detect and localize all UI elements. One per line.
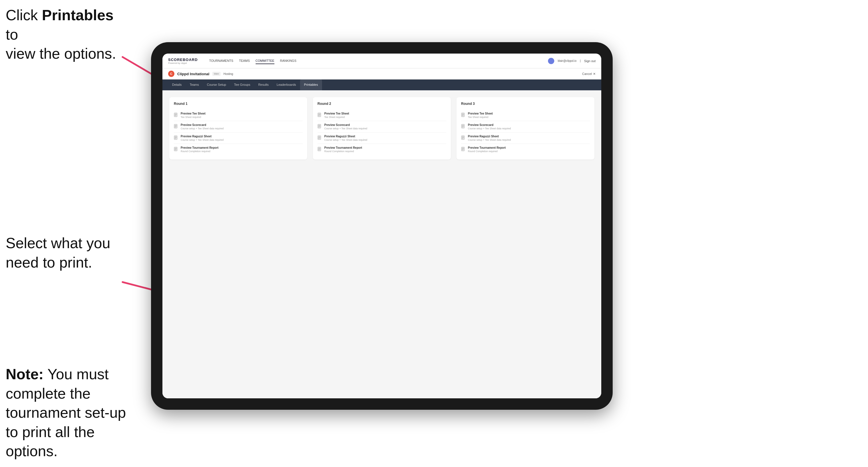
round-2-section: Round 2Preview Tee SheetTee Sheet requir… [313, 97, 451, 160]
round-1-section: Round 1Preview Tee SheetTee Sheet requir… [169, 97, 307, 160]
print-option-r2-2[interactable]: Preview ScorecardCourse setup + Tee Shee… [317, 121, 446, 132]
print-option-title-r2-1: Preview Tee Sheet [324, 112, 349, 115]
print-option-title-r1-1: Preview Tee Sheet [181, 112, 206, 115]
print-option-r1-4[interactable]: Preview Tournament ReportRound Completio… [174, 144, 303, 155]
tournament-name: Clippd Invitational [177, 72, 210, 76]
nav-tournaments[interactable]: TOURNAMENTS [209, 58, 234, 64]
cancel-x-icon: ✕ [593, 72, 596, 76]
print-option-title-r3-2: Preview Scorecard [468, 123, 511, 126]
print-option-sub-r2-4: Round Completion required [324, 150, 362, 153]
tournament-badge: Men [212, 72, 221, 76]
print-option-text-r1-1: Preview Tee SheetTee Sheet required [181, 112, 206, 119]
print-option-text-r1-2: Preview ScorecardCourse setup + Tee Shee… [181, 123, 224, 130]
top-nav-right: blair@clippd.io | Sign out [548, 58, 596, 64]
print-option-sub-r1-2: Course setup + Tee Sheet data required [181, 127, 224, 130]
print-option-sub-r1-3: Course setup + Tee Sheet data required [181, 138, 224, 141]
annotation-middle: Select what youneed to print. [6, 234, 110, 272]
document-icon [461, 135, 466, 141]
print-option-text-r3-4: Preview Tournament ReportRound Completio… [468, 146, 506, 153]
tournament-status: Hosting [223, 72, 233, 75]
user-avatar [548, 58, 554, 64]
brand-subtitle: Powered by clippd [168, 62, 198, 64]
print-option-sub-r2-2: Course setup + Tee Sheet data required [324, 127, 367, 130]
print-option-text-r2-3: Preview Raguzzi SheetCourse setup + Tee … [324, 135, 367, 141]
print-option-title-r3-3: Preview Raguzzi Sheet [468, 135, 511, 138]
print-option-sub-r1-4: Round Completion required [181, 150, 219, 153]
main-content: Round 1Preview Tee SheetTee Sheet requir… [162, 90, 601, 398]
print-option-title-r1-4: Preview Tournament Report [181, 146, 219, 149]
print-option-r3-1[interactable]: Preview Tee SheetTee Sheet required [461, 110, 590, 121]
nav-teams[interactable]: TEAMS [239, 58, 250, 64]
round-3-title: Round 3 [461, 102, 590, 106]
tab-teams[interactable]: Teams [186, 80, 203, 90]
annotation-top: Click Printables toview the options. [6, 6, 125, 64]
print-option-title-r2-3: Preview Raguzzi Sheet [324, 135, 367, 138]
print-option-r2-3[interactable]: Preview Raguzzi SheetCourse setup + Tee … [317, 132, 446, 144]
print-option-title-r2-2: Preview Scorecard [324, 123, 367, 126]
tournament-bar: C Clippd Invitational Men Hosting Cancel… [162, 68, 601, 80]
document-icon [174, 147, 178, 152]
print-option-text-r3-1: Preview Tee SheetTee Sheet required [468, 112, 493, 119]
print-option-text-r2-4: Preview Tournament ReportRound Completio… [324, 146, 362, 153]
user-email: blair@clippd.io [558, 59, 577, 62]
print-option-title-r3-1: Preview Tee Sheet [468, 112, 493, 115]
nav-separator: | [580, 59, 581, 62]
document-icon [317, 124, 322, 129]
print-option-text-r2-2: Preview ScorecardCourse setup + Tee Shee… [324, 123, 367, 130]
sub-nav: Details Teams Course Setup Tee Groups Re… [162, 80, 601, 90]
tab-course-setup[interactable]: Course Setup [203, 80, 230, 90]
round-3-section: Round 3Preview Tee SheetTee Sheet requir… [457, 97, 594, 160]
brand: SCOREBOARD Powered by clippd [168, 58, 198, 64]
document-icon [461, 113, 466, 118]
print-option-r1-3[interactable]: Preview Raguzzi SheetCourse setup + Tee … [174, 132, 303, 144]
print-option-sub-r3-2: Course setup + Tee Sheet data required [468, 127, 511, 130]
nav-rankings[interactable]: RANKINGS [280, 58, 297, 64]
rounds-container: Round 1Preview Tee SheetTee Sheet requir… [169, 97, 594, 160]
print-option-r3-2[interactable]: Preview ScorecardCourse setup + Tee Shee… [461, 121, 590, 132]
annotation-bottom: Note: You mustcomplete thetournament set… [6, 365, 148, 461]
print-option-r1-2[interactable]: Preview ScorecardCourse setup + Tee Shee… [174, 121, 303, 132]
print-option-text-r3-3: Preview Raguzzi SheetCourse setup + Tee … [468, 135, 511, 141]
print-option-text-r3-2: Preview ScorecardCourse setup + Tee Shee… [468, 123, 511, 130]
tab-leaderboards[interactable]: Leaderboards [273, 80, 300, 90]
print-option-sub-r2-1: Tee Sheet required [324, 116, 349, 119]
annotation-bold-printables: Printables [42, 7, 114, 23]
document-icon [174, 135, 178, 141]
print-option-title-r1-2: Preview Scorecard [181, 123, 224, 126]
print-option-title-r1-3: Preview Raguzzi Sheet [181, 135, 224, 138]
print-option-r3-4[interactable]: Preview Tournament ReportRound Completio… [461, 144, 590, 155]
print-option-r2-4[interactable]: Preview Tournament ReportRound Completio… [317, 144, 446, 155]
round-2-title: Round 2 [317, 102, 446, 106]
print-option-sub-r3-4: Round Completion required [468, 150, 506, 153]
top-nav-links: TOURNAMENTS TEAMS COMMITTEE RANKINGS [209, 58, 297, 64]
tab-printables[interactable]: Printables [300, 80, 322, 90]
print-option-sub-r3-3: Course setup + Tee Sheet data required [468, 138, 511, 141]
document-icon [317, 113, 322, 118]
sign-out-link[interactable]: Sign out [584, 58, 596, 64]
tablet-screen: SCOREBOARD Powered by clippd TOURNAMENTS… [162, 54, 601, 398]
print-option-r2-1[interactable]: Preview Tee SheetTee Sheet required [317, 110, 446, 121]
document-icon [174, 113, 178, 118]
top-nav: SCOREBOARD Powered by clippd TOURNAMENTS… [162, 54, 601, 68]
document-icon [461, 124, 466, 129]
print-option-title-r2-4: Preview Tournament Report [324, 146, 362, 149]
tab-tee-groups[interactable]: Tee Groups [230, 80, 254, 90]
tab-details[interactable]: Details [168, 80, 186, 90]
top-nav-left: SCOREBOARD Powered by clippd TOURNAMENTS… [168, 58, 297, 64]
print-option-r1-1[interactable]: Preview Tee SheetTee Sheet required [174, 110, 303, 121]
round-1-title: Round 1 [174, 102, 303, 106]
brand-title: SCOREBOARD [168, 58, 198, 62]
print-option-text-r2-1: Preview Tee SheetTee Sheet required [324, 112, 349, 119]
print-option-text-r1-3: Preview Raguzzi SheetCourse setup + Tee … [181, 135, 224, 141]
document-icon [317, 147, 322, 152]
tab-results[interactable]: Results [254, 80, 273, 90]
print-option-r3-3[interactable]: Preview Raguzzi SheetCourse setup + Tee … [461, 132, 590, 144]
tournament-title-row: C Clippd Invitational Men Hosting [168, 71, 233, 77]
nav-committee[interactable]: COMMITTEE [256, 58, 274, 64]
print-option-text-r1-4: Preview Tournament ReportRound Completio… [181, 146, 219, 153]
tablet-device: SCOREBOARD Powered by clippd TOURNAMENTS… [151, 42, 613, 410]
document-icon [174, 124, 178, 129]
print-option-sub-r3-1: Tee Sheet required [468, 116, 493, 119]
cancel-button[interactable]: Cancel ✕ [582, 72, 596, 76]
tournament-logo: C [168, 71, 175, 77]
